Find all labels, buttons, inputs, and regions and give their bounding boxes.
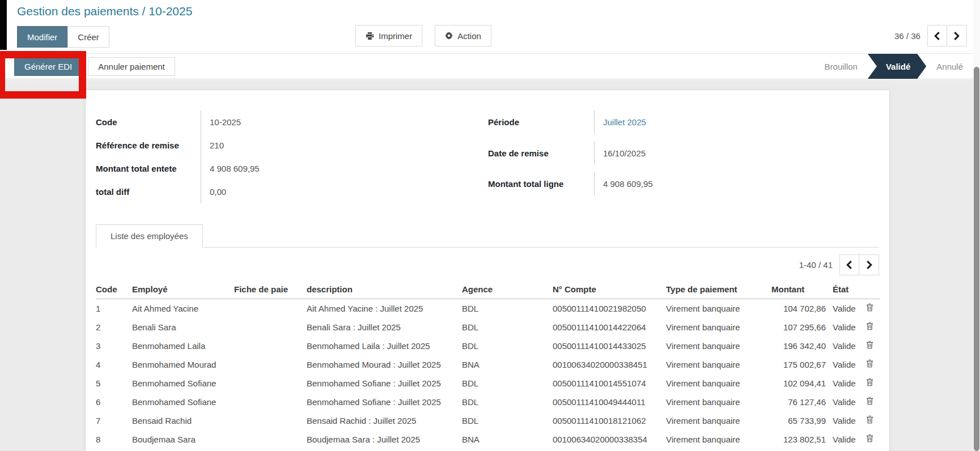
cell-type[interactable]: Virement banquaire <box>666 411 771 430</box>
cell-employe[interactable]: Benmohamed Sofiane <box>132 374 234 393</box>
record-prev-button[interactable] <box>927 25 947 46</box>
cell-montant[interactable]: 76 127,46 <box>771 393 826 411</box>
cell-etat[interactable]: Valide <box>826 411 859 430</box>
cell-description[interactable]: Ait Ahmed Yacine : Juillet 2025 <box>307 299 462 318</box>
table-row[interactable]: 4 Benmohamed Mourad Benmohamed Mourad : … <box>96 355 880 374</box>
cell-agence[interactable]: BDL <box>462 299 553 318</box>
cell-type[interactable]: Virement banquaire <box>666 430 771 449</box>
cell-fiche[interactable] <box>234 299 307 318</box>
list-prev-button[interactable] <box>839 254 859 275</box>
field-value-code[interactable]: 10-2025 <box>201 110 488 134</box>
modifier-button[interactable]: Modifier <box>17 26 67 48</box>
state-valide[interactable]: Validé <box>868 54 926 79</box>
creer-button[interactable]: Créer <box>67 26 109 48</box>
cell-code[interactable]: 8 <box>96 430 132 449</box>
col-compte[interactable]: N° Compte <box>553 282 666 299</box>
cell-agence[interactable]: BDL <box>462 318 553 337</box>
cell-description[interactable]: Benmohamed Laila : Juillet 2025 <box>307 337 462 355</box>
cell-description[interactable]: Boudjemaa Sara : Juillet 2025 <box>307 430 462 449</box>
col-etat[interactable]: État <box>826 282 859 299</box>
delete-row-button[interactable] <box>866 303 873 312</box>
cell-code[interactable]: 4 <box>96 355 132 374</box>
cell-agence[interactable]: BNA <box>462 355 553 374</box>
field-value-total-diff[interactable]: 0,00 <box>201 180 488 203</box>
action-button[interactable]: Action <box>435 25 491 46</box>
field-value-reference-remise[interactable]: 210 <box>201 134 488 157</box>
state-annule[interactable]: Annulé <box>926 54 973 79</box>
delete-row-button[interactable] <box>866 378 873 386</box>
cell-description[interactable]: Benmohamed Sofiane : Juillet 2025 <box>307 393 462 411</box>
breadcrumb[interactable]: Gestion des paiements / 10-2025 <box>17 5 192 18</box>
cell-employe[interactable]: Benmohamed Mourad <box>132 355 234 374</box>
cell-type[interactable]: Virement banquaire <box>666 374 771 393</box>
tab-liste-des-employees[interactable]: Liste des employées <box>96 224 203 248</box>
state-brouillon[interactable]: Brouillon <box>814 54 868 79</box>
cell-agence[interactable]: BDL <box>462 393 553 411</box>
list-next-button[interactable] <box>859 254 879 275</box>
col-montant[interactable]: Montant <box>771 282 826 299</box>
cell-description[interactable]: Benmohamed Mourad : Juillet 2025 <box>307 355 462 374</box>
col-description[interactable]: description <box>307 282 462 299</box>
cell-compte[interactable]: 00500111410014551074 <box>553 374 666 393</box>
cell-fiche[interactable] <box>234 374 307 393</box>
cell-fiche[interactable] <box>234 393 307 411</box>
delete-row-button[interactable] <box>866 341 873 349</box>
cell-fiche[interactable] <box>234 355 307 374</box>
table-row[interactable]: 2 Benali Sara Benali Sara : Juillet 2025… <box>96 318 880 337</box>
cell-description[interactable]: Bensaid Rachid : Juillet 2025 <box>307 411 462 430</box>
cell-etat[interactable]: Valide <box>826 430 859 449</box>
cell-montant[interactable]: 175 002,67 <box>771 355 826 374</box>
cell-fiche[interactable] <box>234 337 307 355</box>
cell-compte[interactable]: 00100634020000338451 <box>553 355 666 374</box>
cell-code[interactable]: 1 <box>96 299 132 318</box>
cell-type[interactable]: Virement banquaire <box>666 337 771 355</box>
cell-etat[interactable]: Valide <box>826 318 859 337</box>
cell-etat[interactable]: Valide <box>826 393 859 411</box>
cell-fiche[interactable] <box>234 411 307 430</box>
field-value-periode-link[interactable]: Juillet 2025 <box>594 110 879 134</box>
cell-compte[interactable]: 00100634020000338354 <box>553 430 666 449</box>
col-agence[interactable]: Agence <box>462 282 553 299</box>
delete-row-button[interactable] <box>866 434 873 443</box>
cell-type[interactable]: Virement banquaire <box>666 299 771 318</box>
cell-agence[interactable]: BDL <box>462 337 553 355</box>
cell-code[interactable]: 7 <box>96 411 132 430</box>
table-row[interactable]: 5 Benmohamed Sofiane Benmohamed Sofiane … <box>96 374 880 393</box>
cell-compte[interactable]: 00500111410021982050 <box>553 299 666 318</box>
cell-employe[interactable]: Benali Sara <box>132 318 234 337</box>
table-row[interactable]: 7 Bensaid Rachid Bensaid Rachid : Juille… <box>96 411 880 430</box>
table-row[interactable]: 6 Benmohamed Sofiane Benmohamed Sofiane … <box>96 393 880 411</box>
cell-compte[interactable]: 00500111410014433025 <box>553 337 666 355</box>
cell-compte[interactable]: 00500111410049444011 <box>553 393 666 411</box>
imprimer-button[interactable]: Imprimer <box>355 25 422 46</box>
cell-code[interactable]: 3 <box>96 337 132 355</box>
cell-montant[interactable]: 123 802,51 <box>771 430 826 449</box>
cell-montant[interactable]: 107 295,66 <box>771 318 826 337</box>
cell-description[interactable]: Benali Sara : Juillet 2025 <box>307 318 462 337</box>
cell-etat[interactable]: Valide <box>826 299 859 318</box>
cell-type[interactable]: Virement banquaire <box>666 355 771 374</box>
delete-row-button[interactable] <box>866 397 873 405</box>
cell-etat[interactable]: Valide <box>826 337 859 355</box>
vertical-scrollbar[interactable] <box>973 0 980 451</box>
cell-montant[interactable]: 104 702,86 <box>771 299 826 318</box>
generer-edi-button[interactable]: Générer EDI <box>14 57 82 76</box>
cell-code[interactable]: 6 <box>96 393 132 411</box>
delete-row-button[interactable] <box>866 415 873 424</box>
field-value-date-remise[interactable]: 16/10/2025 <box>594 142 879 165</box>
col-employe[interactable]: Employé <box>132 282 234 299</box>
cell-type[interactable]: Virement banquaire <box>666 318 771 337</box>
table-row[interactable]: 1 Ait Ahmed Yacine Ait Ahmed Yacine : Ju… <box>96 299 880 318</box>
delete-row-button[interactable] <box>866 359 873 368</box>
delete-row-button[interactable] <box>866 322 873 330</box>
scrollbar-thumb[interactable] <box>974 67 979 451</box>
col-fiche-de-paie[interactable]: Fiche de paie <box>234 282 307 299</box>
annuler-paiement-button[interactable]: Annuler paiement <box>88 57 175 76</box>
cell-agence[interactable]: BDL <box>462 411 553 430</box>
cell-compte[interactable]: 00500111410018121062 <box>553 411 666 430</box>
col-type-paiement[interactable]: Type de paiement <box>666 282 771 299</box>
record-next-button[interactable] <box>947 25 967 46</box>
cell-fiche[interactable] <box>234 430 307 449</box>
cell-etat[interactable]: Valide <box>826 355 859 374</box>
cell-employe[interactable]: Ait Ahmed Yacine <box>132 299 234 318</box>
